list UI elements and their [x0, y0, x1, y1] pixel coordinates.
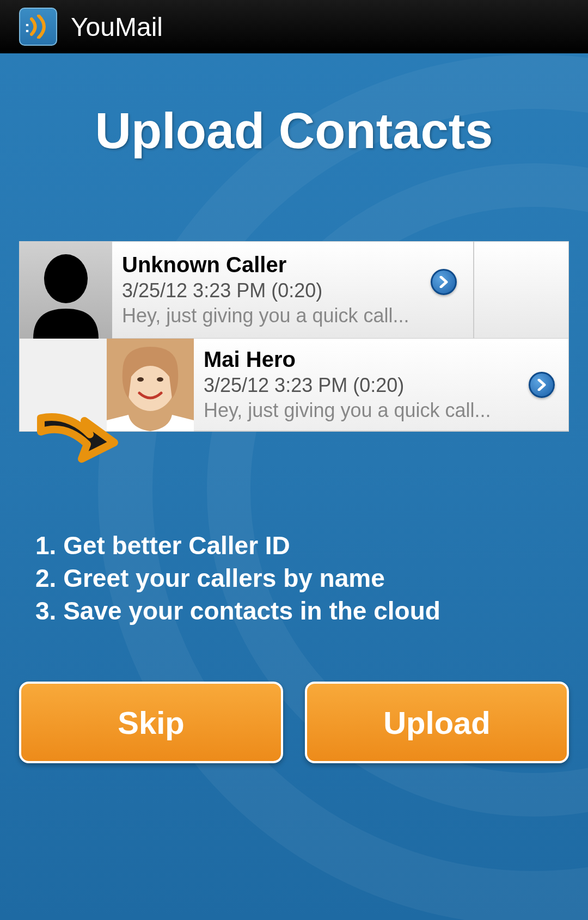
benefit-item-1: 1. Get better Caller ID: [35, 530, 569, 562]
upload-button[interactable]: Upload: [305, 682, 569, 763]
call-snippet: Hey, just giving you a quick call...: [122, 304, 559, 327]
voicemail-row-contact: Mai Hero 3/25/12 3:23 PM (0:20) Hey, jus…: [107, 339, 568, 431]
chevron-right-icon: [439, 276, 449, 288]
action-button-row: Skip Upload: [19, 682, 569, 763]
row-divider: [473, 242, 474, 339]
app-logo-icon: :: [19, 8, 57, 46]
svg-point-4: [157, 377, 163, 382]
skip-button[interactable]: Skip: [19, 682, 283, 763]
play-chevron-button[interactable]: [529, 372, 555, 398]
svg-point-3: [137, 377, 144, 382]
svg-point-0: [44, 254, 88, 303]
benefit-item-2: 2. Greet your callers by name: [35, 562, 569, 595]
avatar-unknown-icon: [20, 242, 112, 339]
voicemail-row-unknown: Unknown Caller 3/25/12 3:23 PM (0:20) He…: [20, 242, 568, 339]
logo-wave-icon: [29, 15, 51, 39]
call-timestamp: 3/25/12 3:23 PM (0:20): [122, 279, 559, 302]
page-title: Upload Contacts: [19, 102, 569, 160]
voicemail-info: Unknown Caller 3/25/12 3:23 PM (0:20) He…: [112, 247, 568, 333]
caller-name: Unknown Caller: [122, 253, 559, 277]
call-snippet: Hey, just giving you a quick call...: [204, 399, 519, 422]
benefits-list: 1. Get better Caller ID 2. Greet your ca…: [19, 530, 569, 627]
caller-name: Mai Hero: [204, 347, 519, 372]
voicemail-info: Mai Hero 3/25/12 3:23 PM (0:20) Hey, jus…: [194, 342, 529, 427]
benefit-item-3: 3. Save your contacts in the cloud: [35, 595, 569, 628]
app-header: : YouMail: [0, 0, 588, 53]
transform-arrow-icon: [30, 402, 122, 478]
chevron-right-icon: [537, 379, 547, 391]
app-title: YouMail: [71, 12, 163, 42]
call-timestamp: 3/25/12 3:23 PM (0:20): [204, 374, 519, 397]
play-chevron-button[interactable]: [431, 269, 457, 295]
